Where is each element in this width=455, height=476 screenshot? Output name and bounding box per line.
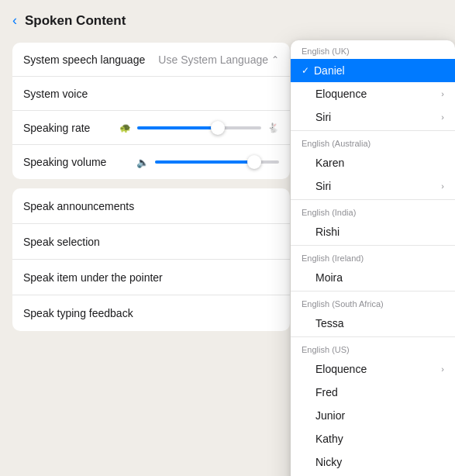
speaking-volume-label: Speaking volume [23, 156, 136, 168]
dropdown-item-label: Kathy [315, 433, 343, 445]
speak-typing-label: Speak typing feedback [23, 307, 133, 319]
dropdown-item[interactable]: Eloquence› [291, 82, 455, 105]
speak-typing-row[interactable]: Speak typing feedback [12, 295, 290, 331]
dropdown-item-label: Siri [315, 111, 331, 123]
system-voice-label: System voice [23, 88, 279, 100]
submenu-arrow-icon: › [441, 112, 444, 122]
system-voice-row[interactable]: System voice [12, 77, 290, 111]
main-panel: ‹ Spoken Content System speech language … [0, 0, 302, 476]
speak-section: Speak announcements Speak selection Spea… [12, 188, 290, 331]
dropdown-item-label: Eloquence [315, 363, 367, 375]
speaking-volume-low-icon: 🔈 [136, 157, 149, 168]
speaking-volume-track[interactable] [155, 160, 279, 164]
dropdown-divider [291, 245, 455, 246]
speaking-rate-fast-icon: 🐇 [267, 122, 279, 133]
dropdown-item[interactable]: Nicky [291, 450, 455, 474]
dropdown-group-label: English (UK) [291, 40, 455, 59]
dropdown-item[interactable]: Tessa [291, 312, 455, 335]
dropdown-item-label: Karen [315, 157, 344, 169]
back-button[interactable]: ‹ [9, 11, 20, 30]
speak-pointer-label: Speak item under the pointer [23, 271, 163, 284]
header: ‹ Spoken Content [0, 0, 302, 38]
dropdown-item[interactable]: Kathy [291, 427, 455, 450]
dropdown-item[interactable]: Eloquence› [291, 357, 455, 381]
speaking-volume-row: Speaking volume 🔈 [12, 145, 290, 179]
back-icon: ‹ [12, 12, 17, 29]
speak-selection-label: Speak selection [23, 236, 100, 248]
speaking-volume-fill [155, 160, 254, 164]
submenu-arrow-icon: › [441, 364, 444, 374]
speaking-volume-slider-container: 🔈 [136, 157, 279, 168]
speaking-volume-thumb[interactable] [247, 155, 261, 169]
dropdown-item-label: Siri [315, 180, 331, 192]
dropdown-item[interactable]: Rishi [291, 220, 455, 243]
speaking-rate-label: Speaking rate [23, 122, 119, 134]
speak-announcements-label: Speak announcements [23, 200, 134, 212]
check-icon: ✓ [302, 65, 309, 76]
dropdown-divider [291, 199, 455, 200]
speaking-rate-thumb[interactable] [211, 121, 225, 135]
dropdown-item-label: Junior [315, 409, 345, 422]
dropdown-group-label: English (South Africa) [291, 293, 455, 312]
chevron-up-icon: ⌃ [271, 54, 279, 65]
voice-dropdown: English (UK)✓DanielEloquence›Siri›Englis… [291, 40, 455, 476]
dropdown-group-label: English (Ireland) [291, 247, 455, 266]
settings-section: System speech language Use System Langua… [12, 43, 290, 179]
speaking-rate-row: Speaking rate 🐢 🐇 [12, 111, 290, 145]
dropdown-item-label: Nicky [315, 456, 342, 468]
speaking-rate-slow-icon: 🐢 [119, 122, 131, 133]
dropdown-divider [291, 291, 455, 291]
dropdown-group-label: English (Australia) [291, 133, 455, 151]
dropdown-item-label: Tessa [315, 317, 344, 329]
system-speech-language-row[interactable]: System speech language Use System Langua… [12, 43, 290, 77]
dropdown-item-label: Fred [315, 386, 338, 398]
dropdown-item-label: Moira [315, 271, 343, 284]
dropdown-divider [291, 336, 455, 337]
dropdown-group-label: English (US) [291, 339, 455, 357]
submenu-arrow-icon: › [441, 181, 444, 191]
speaking-rate-track[interactable] [137, 126, 261, 129]
dropdown-item[interactable]: ✓Daniel [291, 59, 455, 82]
dropdown-item[interactable]: Moira [291, 266, 455, 289]
system-speech-language-label: System speech language [23, 53, 158, 66]
page-title: Spoken Content [25, 13, 126, 29]
dropdown-item[interactable]: Junior [291, 404, 455, 427]
dropdown-item-label: Daniel [314, 64, 345, 77]
speak-pointer-row[interactable]: Speak item under the pointer [12, 260, 290, 295]
speaking-rate-fill [137, 126, 218, 129]
dropdown-item[interactable]: Fred [291, 381, 455, 404]
dropdown-item-label: Eloquence [315, 88, 367, 100]
dropdown-item[interactable]: Siri› [291, 105, 455, 129]
system-speech-language-value: Use System Language ⌃ [158, 53, 279, 66]
dropdown-item[interactable]: Siri› [291, 174, 455, 198]
dropdown-group-label: English (India) [291, 202, 455, 220]
dropdown-item[interactable]: Karen [291, 151, 455, 174]
speak-announcements-row[interactable]: Speak announcements [12, 188, 290, 224]
submenu-arrow-icon: › [441, 89, 444, 98]
speaking-rate-slider-container: 🐢 🐇 [119, 122, 279, 133]
dropdown-divider [291, 130, 455, 131]
speak-selection-row[interactable]: Speak selection [12, 224, 290, 260]
dropdown-item-label: Rishi [315, 226, 340, 238]
